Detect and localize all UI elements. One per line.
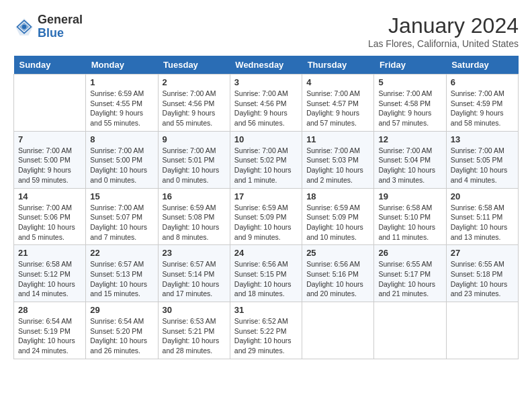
day-cell: 8 Sunrise: 7:00 AMSunset: 5:00 PMDayligh… <box>86 131 158 188</box>
day-number: 14 <box>18 191 81 201</box>
day-cell: 24 Sunrise: 6:56 AMSunset: 5:15 PMDaylig… <box>230 245 302 302</box>
day-header-saturday: Saturday <box>446 56 518 75</box>
day-info: Sunrise: 7:00 AMSunset: 5:05 PMDaylight:… <box>451 146 514 185</box>
day-cell: 30 Sunrise: 6:53 AMSunset: 5:21 PMDaylig… <box>158 302 230 359</box>
day-number: 8 <box>90 134 153 144</box>
day-number: 1 <box>90 77 153 87</box>
day-info: Sunrise: 6:59 AMSunset: 5:09 PMDaylight:… <box>306 203 369 242</box>
day-number: 29 <box>90 305 153 315</box>
day-info: Sunrise: 7:00 AMSunset: 4:56 PMDaylight:… <box>163 89 226 128</box>
day-info: Sunrise: 6:54 AMSunset: 5:19 PMDaylight:… <box>18 316 81 356</box>
day-cell: 27 Sunrise: 6:55 AMSunset: 5:18 PMDaylig… <box>446 245 518 302</box>
day-number: 31 <box>234 305 298 315</box>
day-info: Sunrise: 6:58 AMSunset: 5:10 PMDaylight:… <box>378 203 441 242</box>
day-info: Sunrise: 6:59 AMSunset: 5:08 PMDaylight:… <box>163 203 226 242</box>
day-number: 4 <box>306 77 369 87</box>
day-info: Sunrise: 7:00 AMSunset: 5:00 PMDaylight:… <box>90 146 153 185</box>
day-cell: 29 Sunrise: 6:54 AMSunset: 5:20 PMDaylig… <box>86 302 158 359</box>
day-info: Sunrise: 6:52 AMSunset: 5:22 PMDaylight:… <box>234 316 298 356</box>
day-number: 28 <box>18 305 81 315</box>
day-number: 6 <box>451 77 514 87</box>
day-cell: 5 Sunrise: 7:00 AMSunset: 4:58 PMDayligh… <box>374 75 446 132</box>
day-cell: 1 Sunrise: 6:59 AMSunset: 4:55 PMDayligh… <box>86 75 158 132</box>
week-row-1: 1 Sunrise: 6:59 AMSunset: 4:55 PMDayligh… <box>14 75 519 132</box>
day-cell: 18 Sunrise: 6:59 AMSunset: 5:09 PMDaylig… <box>302 188 374 245</box>
day-info: Sunrise: 7:00 AMSunset: 4:58 PMDaylight:… <box>378 89 441 128</box>
logo-icon <box>13 16 35 38</box>
day-cell: 4 Sunrise: 7:00 AMSunset: 4:57 PMDayligh… <box>302 75 374 132</box>
day-cell: 9 Sunrise: 7:00 AMSunset: 5:01 PMDayligh… <box>158 131 230 188</box>
day-info: Sunrise: 6:57 AMSunset: 5:13 PMDaylight:… <box>90 259 153 299</box>
day-cell: 15 Sunrise: 7:00 AMSunset: 5:07 PMDaylig… <box>86 188 158 245</box>
week-row-2: 7 Sunrise: 7:00 AMSunset: 5:00 PMDayligh… <box>14 131 519 188</box>
day-info: Sunrise: 7:00 AMSunset: 5:04 PMDaylight:… <box>378 146 441 185</box>
day-info: Sunrise: 6:56 AMSunset: 5:15 PMDaylight:… <box>234 259 298 299</box>
day-header-wednesday: Wednesday <box>230 56 302 75</box>
day-header-friday: Friday <box>374 56 446 75</box>
logo-text: General Blue <box>38 13 83 40</box>
day-number: 23 <box>163 248 226 258</box>
day-number: 24 <box>234 248 298 258</box>
day-number: 18 <box>306 191 369 201</box>
day-cell: 11 Sunrise: 7:00 AMSunset: 5:03 PMDaylig… <box>302 131 374 188</box>
day-header-tuesday: Tuesday <box>158 56 230 75</box>
day-info: Sunrise: 6:58 AMSunset: 5:11 PMDaylight:… <box>451 203 514 242</box>
day-cell: 13 Sunrise: 7:00 AMSunset: 5:05 PMDaylig… <box>446 131 518 188</box>
page-header: General Blue January 2024 Las Flores, Ca… <box>13 13 519 49</box>
day-cell: 16 Sunrise: 6:59 AMSunset: 5:08 PMDaylig… <box>158 188 230 245</box>
day-info: Sunrise: 6:53 AMSunset: 5:21 PMDaylight:… <box>163 316 226 356</box>
day-cell: 21 Sunrise: 6:58 AMSunset: 5:12 PMDaylig… <box>14 245 86 302</box>
day-number: 5 <box>378 77 441 87</box>
day-cell: 7 Sunrise: 7:00 AMSunset: 5:00 PMDayligh… <box>14 131 86 188</box>
calendar-table: SundayMondayTuesdayWednesdayThursdayFrid… <box>13 56 519 359</box>
day-info: Sunrise: 6:58 AMSunset: 5:12 PMDaylight:… <box>18 259 81 299</box>
day-cell: 31 Sunrise: 6:52 AMSunset: 5:22 PMDaylig… <box>230 302 302 359</box>
day-info: Sunrise: 7:00 AMSunset: 5:01 PMDaylight:… <box>163 146 226 185</box>
header-row: SundayMondayTuesdayWednesdayThursdayFrid… <box>14 56 519 75</box>
svg-point-3 <box>22 25 26 29</box>
day-cell: 23 Sunrise: 6:57 AMSunset: 5:14 PMDaylig… <box>158 245 230 302</box>
day-cell: 2 Sunrise: 7:00 AMSunset: 4:56 PMDayligh… <box>158 75 230 132</box>
day-info: Sunrise: 7:00 AMSunset: 5:03 PMDaylight:… <box>306 146 369 185</box>
day-number: 9 <box>163 134 226 144</box>
day-number: 25 <box>306 248 369 258</box>
day-info: Sunrise: 6:54 AMSunset: 5:20 PMDaylight:… <box>90 316 153 356</box>
day-cell: 28 Sunrise: 6:54 AMSunset: 5:19 PMDaylig… <box>14 302 86 359</box>
day-number: 22 <box>90 248 153 258</box>
week-row-4: 21 Sunrise: 6:58 AMSunset: 5:12 PMDaylig… <box>14 245 519 302</box>
day-number: 2 <box>163 77 226 87</box>
day-number: 26 <box>378 248 441 258</box>
day-info: Sunrise: 6:57 AMSunset: 5:14 PMDaylight:… <box>163 259 226 299</box>
day-cell: 14 Sunrise: 7:00 AMSunset: 5:06 PMDaylig… <box>14 188 86 245</box>
day-info: Sunrise: 7:00 AMSunset: 5:02 PMDaylight:… <box>234 146 298 185</box>
day-info: Sunrise: 7:00 AMSunset: 5:00 PMDaylight:… <box>18 146 81 185</box>
location: Las Flores, California, United States <box>368 38 519 49</box>
day-header-thursday: Thursday <box>302 56 374 75</box>
day-number: 13 <box>451 134 514 144</box>
day-number: 7 <box>18 134 81 144</box>
day-info: Sunrise: 7:00 AMSunset: 4:57 PMDaylight:… <box>306 89 369 128</box>
day-info: Sunrise: 6:55 AMSunset: 5:18 PMDaylight:… <box>451 259 514 299</box>
day-number: 21 <box>18 248 81 258</box>
day-cell: 26 Sunrise: 6:55 AMSunset: 5:17 PMDaylig… <box>374 245 446 302</box>
day-cell: 12 Sunrise: 7:00 AMSunset: 5:04 PMDaylig… <box>374 131 446 188</box>
title-block: January 2024 Las Flores, California, Uni… <box>368 13 519 49</box>
day-info: Sunrise: 6:55 AMSunset: 5:17 PMDaylight:… <box>378 259 441 299</box>
day-info: Sunrise: 6:59 AMSunset: 4:55 PMDaylight:… <box>90 89 153 128</box>
day-number: 10 <box>234 134 298 144</box>
day-number: 15 <box>90 191 153 201</box>
day-cell: 10 Sunrise: 7:00 AMSunset: 5:02 PMDaylig… <box>230 131 302 188</box>
day-number: 20 <box>451 191 514 201</box>
day-cell <box>446 302 518 359</box>
day-info: Sunrise: 6:59 AMSunset: 5:09 PMDaylight:… <box>234 203 298 242</box>
day-cell <box>302 302 374 359</box>
day-info: Sunrise: 6:56 AMSunset: 5:16 PMDaylight:… <box>306 259 369 299</box>
day-cell: 6 Sunrise: 7:00 AMSunset: 4:59 PMDayligh… <box>446 75 518 132</box>
day-cell <box>14 75 86 132</box>
day-cell: 17 Sunrise: 6:59 AMSunset: 5:09 PMDaylig… <box>230 188 302 245</box>
day-info: Sunrise: 7:00 AMSunset: 5:07 PMDaylight:… <box>90 203 153 242</box>
day-cell: 19 Sunrise: 6:58 AMSunset: 5:10 PMDaylig… <box>374 188 446 245</box>
day-number: 17 <box>234 191 298 201</box>
day-number: 11 <box>306 134 369 144</box>
day-number: 30 <box>163 305 226 315</box>
